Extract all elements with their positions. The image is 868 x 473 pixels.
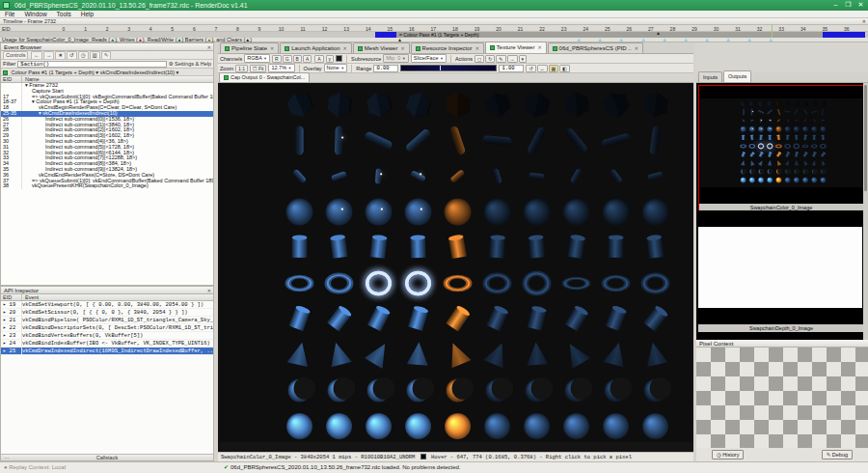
- event-column-header[interactable]: Event: [22, 294, 213, 300]
- callstack-section[interactable]: ··· Callstack: [1, 454, 213, 460]
- texture-viewport-canvas[interactable]: [218, 83, 693, 442]
- breadcrumb-draw[interactable]: vkCmdDrawIndexedIndirect(10): [100, 70, 175, 75]
- tab-06d-pbrspherescs-pid-[interactable]: 06d_PBRSpheresCS (PID ..✕: [548, 42, 643, 53]
- background-color-swatch[interactable]: [336, 55, 342, 62]
- api-event-row[interactable]: ▸ 25vkCmdDrawIndexedIndirect(16M9S_Indir…: [1, 348, 213, 355]
- depth-output-thumbnail[interactable]: SwapchainDepth_0_Image: [698, 210, 864, 332]
- channel-g-button[interactable]: G: [283, 55, 292, 63]
- refresh-texture-icon[interactable]: ↻: [485, 55, 495, 63]
- pixel-context-header[interactable]: Pixel Context: [696, 340, 868, 348]
- event-browser-breadcrumb[interactable]: Colour Pass #1 (1 Targets + Depth) ▾ vkC…: [1, 69, 213, 76]
- eid-column-header[interactable]: EID: [1, 76, 22, 82]
- scrollbar-thumb[interactable]: [864, 85, 867, 191]
- channels-combo[interactable]: RGBA ▼: [244, 54, 270, 63]
- overlay-combo[interactable]: None ▼: [324, 64, 348, 72]
- timeline-ruler[interactable]: EID: 01234567891011121314151617181920212…: [0, 25, 868, 32]
- export-icon[interactable]: ▥: [90, 51, 100, 60]
- menu-tools[interactable]: Tools: [52, 11, 76, 18]
- tab-close-icon[interactable]: ✕: [270, 45, 274, 51]
- fit-checkbox[interactable]: ☐ Fit: [250, 65, 266, 72]
- tab-inputs[interactable]: Inputs: [698, 71, 722, 82]
- tab-pipeline-state[interactable]: Pipeline State✕: [220, 42, 279, 53]
- breadcrumb-pass[interactable]: Colour Pass #1 (1 Targets + Depth): [12, 70, 95, 75]
- api-event-row[interactable]: ▸ 23vkCmdBindVertexBuffers(0, VkBuffer[5…: [1, 332, 213, 340]
- event-marker-icon[interactable]: ▲: [656, 30, 661, 36]
- capture-output-tab[interactable]: Cap Output 0 - SwapchainCol...: [219, 72, 310, 82]
- api-event-row[interactable]: ▸ 21vkCmdBindPipeline( PSOColor/RXM1_1D_…: [1, 317, 213, 324]
- more-actions-icon[interactable]: ▾: [519, 55, 528, 63]
- range-slider[interactable]: [400, 65, 497, 71]
- replay-context-label[interactable]: ● Replay Context: Local: [4, 462, 66, 473]
- tab-launch-application[interactable]: Launch Application✕: [280, 42, 352, 53]
- autofit-range-icon[interactable]: ↔: [537, 65, 548, 72]
- debug-button[interactable]: ✎ Debug: [822, 450, 853, 459]
- histogram-icon[interactable]: ▦: [549, 65, 559, 72]
- api-event-row[interactable]: ▸ 24vkCmdBindIndexBuffer(IBO <- VkBuffer…: [1, 340, 213, 348]
- tab-close-icon[interactable]: ✕: [400, 45, 404, 51]
- event-browser-close-icon[interactable]: ✕: [207, 43, 211, 51]
- event-browser-header[interactable]: Event Browser ✕: [1, 43, 213, 51]
- zoom-combo[interactable]: 12.7% ▼: [268, 64, 294, 72]
- callstack-label[interactable]: Callstack: [96, 455, 118, 460]
- title-bar: 06d_PBRSpheresCS_2020.01.10_13.50.26_fra…: [0, 0, 868, 11]
- range-max-input[interactable]: [499, 65, 524, 72]
- tab-close-icon[interactable]: ✕: [537, 44, 541, 50]
- channel-r-button[interactable]: R: [272, 55, 282, 63]
- tab-close-icon[interactable]: ✕: [475, 45, 479, 51]
- api-event-row[interactable]: ▸ 19vkCmdSetViewport(0, [ { 0.00, 0.00, …: [1, 301, 213, 309]
- pixel-context-view[interactable]: [696, 348, 868, 448]
- timeline-header[interactable]: Timeline - Frame 2732 ✕: [0, 18, 868, 25]
- color-thumbnail-canvas[interactable]: [699, 86, 863, 200]
- fullscreen-icon[interactable]: ◻: [475, 55, 484, 63]
- menu-file[interactable]: File: [0, 11, 19, 18]
- event-browser-column-header[interactable]: EID Name: [1, 76, 213, 83]
- depth-thumbnail-image[interactable]: [698, 210, 862, 324]
- name-column-header[interactable]: Name: [22, 76, 213, 82]
- tab-resource-inspector[interactable]: Resource Inspector✕: [411, 42, 484, 53]
- range-slider-handle[interactable]: [440, 66, 441, 70]
- alpha-button[interactable]: A: [314, 55, 323, 63]
- filter-input[interactable]: [17, 61, 166, 68]
- forward-icon[interactable]: →: [43, 51, 55, 60]
- close-button[interactable]: ✕: [854, 0, 867, 10]
- find-icon[interactable]: ✎: [101, 51, 112, 60]
- range-min-input[interactable]: [373, 65, 398, 72]
- maximize-button[interactable]: ❐: [842, 0, 854, 10]
- minimize-button[interactable]: –: [829, 0, 842, 10]
- color-output-thumbnail[interactable]: SwapchainColor_0_Image: [698, 85, 864, 212]
- menu-help[interactable]: Help: [76, 11, 98, 18]
- time-icon[interactable]: ◷: [78, 51, 89, 60]
- channel-a-button[interactable]: A: [303, 55, 312, 63]
- goto-icon[interactable]: →: [507, 55, 518, 63]
- channel-b-button[interactable]: B: [293, 55, 302, 63]
- reset-range-icon[interactable]: ↺: [526, 65, 535, 72]
- tab-close-icon[interactable]: ✕: [343, 45, 347, 51]
- bookmark-icon[interactable]: ★: [55, 51, 66, 60]
- tab-texture-viewer[interactable]: Texture Viewer✕: [485, 42, 547, 53]
- timeline-close-icon[interactable]: ✕: [862, 18, 866, 25]
- capture-loaded-message: ✔06d_PBRSpheresCS_2020.01.10_13.50.26_fr…: [224, 462, 461, 473]
- api-event-row[interactable]: ▸ 20vkCmdSetScissor(0, [ { { 0, 0 }, { 3…: [1, 309, 213, 317]
- mip-combo[interactable]: Mip: 0 ▼: [383, 54, 408, 63]
- slice-combo[interactable]: Slice/Face ▼: [411, 54, 447, 63]
- api-inspector-column-header[interactable]: EID Event: [1, 294, 213, 301]
- gamma-button[interactable]: γ: [326, 55, 335, 63]
- tab-mesh-viewer[interactable]: Mesh Viewer✕: [353, 42, 410, 53]
- edit-shader-icon[interactable]: ✎: [496, 55, 505, 63]
- eid-column-header[interactable]: EID: [1, 294, 22, 300]
- settings-help-button[interactable]: ⚙ Settings & Help: [169, 60, 211, 69]
- channel-range-icon[interactable]: ◧: [559, 65, 570, 72]
- tab-outputs[interactable]: Outputs: [723, 70, 751, 82]
- one-to-one-button[interactable]: 1:1: [235, 65, 248, 72]
- thumbnail-scrollbar[interactable]: [863, 83, 868, 340]
- back-icon[interactable]: ←: [31, 51, 42, 60]
- api-inspector-header[interactable]: API Inspector ✕: [1, 287, 213, 294]
- texture-viewport[interactable]: [218, 83, 693, 452]
- api-inspector-close-icon[interactable]: ✕: [207, 287, 211, 294]
- history-button[interactable]: ◷ History: [712, 450, 744, 459]
- refresh-icon[interactable]: ↺: [67, 51, 77, 60]
- tab-close-icon[interactable]: ✕: [635, 45, 638, 51]
- menu-window[interactable]: Window: [19, 11, 51, 18]
- event-row[interactable]: 38vkQueuePresentKHR(SwapchainColor_0_Ima…: [1, 183, 213, 189]
- api-event-row[interactable]: ▸ 22vkCmdBindDescriptorSets(0, [ DescSet…: [1, 324, 213, 332]
